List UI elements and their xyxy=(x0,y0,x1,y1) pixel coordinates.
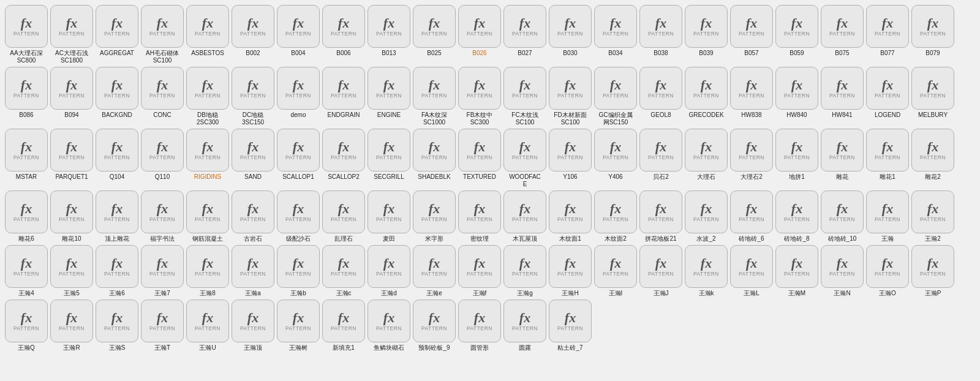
pattern-item-woodface[interactable]: fxPATTERNWOODFAC E xyxy=(503,129,546,188)
pattern-item-backgnd[interactable]: fxPATTERNBACKGND xyxy=(96,67,138,126)
pattern-item-b038[interactable]: fxPATTERNB038 xyxy=(639,5,682,64)
pattern-item-beishi-2[interactable]: fxPATTERN贝石2 xyxy=(639,129,682,188)
pattern-item-jipei-shashi[interactable]: fxPATTERN级配沙石 xyxy=(277,190,320,243)
pattern-item-ah-maoshi-ticao[interactable]: fxPATTERNAH毛石砌体 SC100 xyxy=(141,5,184,64)
pattern-item-y406[interactable]: fxPATTERNY406 xyxy=(594,129,637,188)
pattern-item-b059[interactable]: fxPATTERNB059 xyxy=(775,5,818,64)
pattern-item-wangsui-J[interactable]: fxPATTERN王瀚J xyxy=(639,245,682,297)
pattern-item-shadeblk[interactable]: fxPATTERNSHADEBLK xyxy=(413,129,456,188)
pattern-item-b094[interactable]: fxPATTERNB094 xyxy=(50,67,93,126)
pattern-item-fa-muxin-shen[interactable]: fxPATTERNFA木纹深 SC1000 xyxy=(413,67,456,126)
pattern-item-muxin-2[interactable]: fxPATTERN木纹面2 xyxy=(594,190,637,243)
pattern-item-b075[interactable]: fxPATTERNB075 xyxy=(821,5,864,64)
pattern-item-wangsui-ding[interactable]: fxPATTERN王瀚顶 xyxy=(232,300,274,352)
pattern-item-wangsui-O[interactable]: fxPATTERN王瀚O xyxy=(866,245,909,297)
pattern-item-wangsui-b[interactable]: fxPATTERN王瀚b xyxy=(277,245,320,297)
pattern-item-aa-dashi-shen[interactable]: fxPATTERNAA大理石深 SC800 xyxy=(5,5,48,64)
pattern-item-secgrill[interactable]: fxPATTERNSECGRILL xyxy=(368,129,410,188)
pattern-item-parquet1[interactable]: fxPATTERNPARQUET1 xyxy=(50,129,93,188)
pattern-item-b039[interactable]: fxPATTERNB039 xyxy=(685,5,728,64)
pattern-item-zhuadi-10[interactable]: fxPATTERN砖地砖_10 xyxy=(821,190,864,243)
pattern-item-wangsui-2[interactable]: fxPATTERN王瀚2 xyxy=(911,190,954,243)
pattern-item-diaohua-10[interactable]: fxPATTERN雕花10 xyxy=(50,190,93,243)
pattern-item-b034[interactable]: fxPATTERNB034 xyxy=(594,5,637,64)
pattern-item-zhudiban-7[interactable]: fxPATTERN粘土砖_7 xyxy=(549,300,592,352)
pattern-item-hw840[interactable]: fxPATTERNHW840 xyxy=(775,67,818,126)
pattern-item-mi-zixing[interactable]: fxPATTERN米字形 xyxy=(413,190,456,243)
pattern-item-wangsui-L[interactable]: fxPATTERN王瀚L xyxy=(730,245,773,297)
pattern-item-wangsui-a[interactable]: fxPATTERN王瀚a xyxy=(232,245,274,297)
pattern-item-wangsui-e[interactable]: fxPATTERN王瀚e xyxy=(413,245,456,297)
pattern-item-muxin-1[interactable]: fxPATTERN木纹面1 xyxy=(549,190,592,243)
pattern-item-wangsui[interactable]: fxPATTERN王瀚 xyxy=(866,190,909,243)
pattern-item-yulinkuai-shishi[interactable]: fxPATTERN鱼鳞块砌石 xyxy=(368,300,410,352)
pattern-item-gangjin-huntunitu[interactable]: fxPATTERN钢筋混凝土 xyxy=(186,190,229,243)
pattern-item-xinfeng-1[interactable]: fxPATTERN新填充1 xyxy=(322,300,365,352)
pattern-item-grecodek[interactable]: fxPATTERNGRECODEK xyxy=(685,67,728,126)
pattern-item-hw841[interactable]: fxPATTERNHW841 xyxy=(821,67,864,126)
pattern-item-engine[interactable]: fxPATTERNENGINE xyxy=(368,67,410,126)
pattern-item-b004[interactable]: fxPATTERNB004 xyxy=(277,5,320,64)
pattern-item-b077[interactable]: fxPATTERNB077 xyxy=(866,5,909,64)
pattern-item-db-diqin[interactable]: fxPATTERNDB地稳 2SC300 xyxy=(186,67,229,126)
pattern-item-fc-muxin-qian[interactable]: fxPATTERNFC木纹浅 SC100 xyxy=(503,67,546,126)
pattern-item-wangsui-7[interactable]: fxPATTERN王瀚7 xyxy=(141,245,184,297)
pattern-item-gc-bianzhi-jinwang[interactable]: fxPATTERNGC编织金属 网SC150 xyxy=(594,67,637,126)
pattern-item-wangsui-d[interactable]: fxPATTERN王瀚d xyxy=(368,245,410,297)
pattern-item-rigidins[interactable]: fxPATTERNRIGIDINS xyxy=(186,129,229,188)
pattern-item-dashi[interactable]: fxPATTERN大理石 xyxy=(685,129,728,188)
pattern-item-endgrain[interactable]: fxPATTERNENDGRAIN xyxy=(322,67,365,126)
pattern-item-wangsui-P[interactable]: fxPATTERN王瀚P xyxy=(911,245,954,297)
pattern-item-b057[interactable]: fxPATTERNB057 xyxy=(730,5,773,64)
pattern-item-wangsui-5[interactable]: fxPATTERN王瀚5 xyxy=(50,245,93,297)
pattern-item-b026[interactable]: fxPATTERNB026 xyxy=(458,5,501,64)
pattern-item-mili[interactable]: fxPATTERN密纹理 xyxy=(458,190,501,243)
pattern-item-sand[interactable]: fxPATTERNSAND xyxy=(232,129,274,188)
pattern-item-demo[interactable]: fxPATTERNdemo xyxy=(277,67,320,126)
pattern-item-b079[interactable]: fxPATTERNB079 xyxy=(911,5,954,64)
pattern-item-maitiantu[interactable]: fxPATTERN麦田 xyxy=(368,190,410,243)
pattern-item-dingshang-diaohua[interactable]: fxPATTERN顶上雕花 xyxy=(96,190,138,243)
pattern-item-fd-mucai-xinjian[interactable]: fxPATTERNFD木材新面 SC100 xyxy=(549,67,592,126)
pattern-item-diaohua-2[interactable]: fxPATTERN雕花2 xyxy=(911,129,954,188)
pattern-item-dashi-2[interactable]: fxPATTERN大理石2 xyxy=(730,129,773,188)
pattern-item-zhuadi-8[interactable]: fxPATTERN砖地砖_8 xyxy=(775,190,818,243)
pattern-item-wangsui-R[interactable]: fxPATTERN王瀚R xyxy=(50,300,93,352)
pattern-item-b086[interactable]: fxPATTERNB086 xyxy=(5,67,48,126)
pattern-item-asbestos[interactable]: fxPATTERNASBESTOS xyxy=(186,5,229,64)
pattern-item-b006[interactable]: fxPATTERNB006 xyxy=(322,5,365,64)
pattern-item-b025[interactable]: fxPATTERNB025 xyxy=(413,5,456,64)
pattern-item-diaohua-6[interactable]: fxPATTERN雕花6 xyxy=(5,190,48,243)
pattern-item-scallop2[interactable]: fxPATTERNSCALLOP2 xyxy=(322,129,365,188)
pattern-item-conc[interactable]: fxPATTERNCONC xyxy=(141,67,184,126)
pattern-item-wangsui-U[interactable]: fxPATTERN王瀚U xyxy=(186,300,229,352)
pattern-item-fb-muxin-zhong[interactable]: fxPATTERNFB木纹中 SC300 xyxy=(458,67,501,126)
pattern-item-yuzhi-banban-9[interactable]: fxPATTERN预制砼板_9 xyxy=(413,300,456,352)
pattern-item-b030[interactable]: fxPATTERNB030 xyxy=(549,5,592,64)
pattern-item-fushu-shufa[interactable]: fxPATTERN福字书法 xyxy=(141,190,184,243)
pattern-item-luan-lishi[interactable]: fxPATTERN乱理石 xyxy=(322,190,365,243)
pattern-item-logend[interactable]: fxPATTERNLOGEND xyxy=(866,67,909,126)
pattern-item-wangsui-c[interactable]: fxPATTERN王瀚c xyxy=(322,245,365,297)
pattern-item-wangsui-S[interactable]: fxPATTERN王瀚S xyxy=(96,300,138,352)
pattern-item-dc-diqin[interactable]: fxPATTERNDC地稳 3SC150 xyxy=(232,67,274,126)
pattern-item-wangsui-g[interactable]: fxPATTERN王瀚g xyxy=(503,245,546,297)
pattern-item-diaohua[interactable]: fxPATTERN雕花 xyxy=(821,129,864,188)
pattern-item-wangsui-T[interactable]: fxPATTERN王瀚T xyxy=(141,300,184,352)
pattern-item-wangsui-I[interactable]: fxPATTERN王瀚I xyxy=(594,245,637,297)
pattern-item-wangsui-Q[interactable]: fxPATTERN王瀚Q xyxy=(5,300,48,352)
pattern-item-wangsui-6[interactable]: fxPATTERN王瀚6 xyxy=(96,245,138,297)
pattern-item-wangsui-shu[interactable]: fxPATTERN王瀚树 xyxy=(277,300,320,352)
pattern-item-b013[interactable]: fxPATTERNB013 xyxy=(368,5,410,64)
pattern-item-yuan-lu[interactable]: fxPATTERN圆露 xyxy=(503,300,546,352)
pattern-item-zhuadi-6[interactable]: fxPATTERN砖地砖_6 xyxy=(730,190,773,243)
pattern-item-yuan-guan-xing[interactable]: fxPATTERN圆管形 xyxy=(458,300,501,352)
pattern-item-textured[interactable]: fxPATTERNTEXTURED xyxy=(458,129,501,188)
pattern-item-wangsui-H[interactable]: fxPATTERN王瀚H xyxy=(549,245,592,297)
pattern-item-wangsui-4[interactable]: fxPATTERN王瀚4 xyxy=(5,245,48,297)
pattern-item-mstar[interactable]: fxPATTERNMSTAR xyxy=(5,129,48,188)
pattern-item-wangsui-N[interactable]: fxPATTERN王瀚N xyxy=(821,245,864,297)
pattern-item-wangsui-8[interactable]: fxPATTERN王瀚8 xyxy=(186,245,229,297)
pattern-item-b027[interactable]: fxPATTERNB027 xyxy=(503,5,546,64)
pattern-item-melbury[interactable]: fxPATTERNMELBURY xyxy=(911,67,954,126)
